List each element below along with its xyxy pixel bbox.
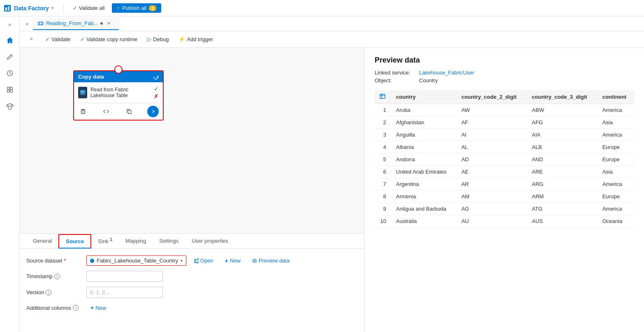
cell-row-num: 6 — [375, 166, 391, 178]
validate-copy-runtime-button[interactable]: ✓ Validate copy runtime — [76, 35, 141, 44]
svg-line-16 — [196, 259, 198, 261]
pipeline-tab-icon — [38, 21, 44, 26]
cell-code-3: AND — [527, 153, 597, 166]
dataset-form-row: Source dataset * Fabirc_Lakehouse_Table_… — [26, 255, 358, 266]
preview-data-button[interactable]: Preview data — [248, 256, 294, 265]
table-row: 2AfghanistanAFAFGAsia — [375, 116, 634, 129]
svg-point-17 — [254, 260, 255, 262]
sidebar-learn[interactable] — [2, 99, 17, 114]
validate-all-button[interactable]: ✓ Validate all — [69, 3, 109, 13]
cell-country: Australia — [391, 215, 456, 228]
debug-button[interactable]: ▷ Debug — [143, 35, 173, 44]
pipeline-toolbar: » ✓ Validate ✓ Validate copy runtime ▷ D… — [20, 31, 644, 48]
open-dataset-button[interactable]: Open — [190, 256, 218, 265]
cell-code-3: ARG — [527, 178, 597, 190]
cell-continent: Oceania — [598, 215, 634, 228]
user-properties-tab-label: User properties — [192, 238, 228, 244]
sidebar-edit[interactable] — [2, 49, 17, 64]
cell-code-3: AFG — [527, 116, 597, 129]
table-row: 8ArmeniaAMARMEurope — [375, 190, 634, 203]
svg-rect-2 — [8, 6, 9, 11]
timestamp-form-control — [86, 271, 358, 282]
sidebar-home[interactable] — [2, 33, 17, 48]
toolbar-expand[interactable]: » — [26, 34, 36, 44]
card-title: Copy data — [78, 74, 104, 80]
copy-icon — [126, 109, 132, 114]
timestamp-input[interactable] — [86, 271, 163, 282]
divider-1 — [63, 3, 64, 13]
cell-code-2: AL — [456, 141, 527, 153]
required-indicator: * — [64, 258, 66, 264]
cell-code-2: AR — [456, 178, 527, 190]
table-row: 10AustraliaAUAUSOceania — [375, 215, 634, 228]
left-sidebar: » — [0, 16, 20, 332]
cell-code-2: AW — [456, 104, 527, 116]
table-row: 3AnguillaAIAIAAmerica — [375, 129, 634, 141]
new-dataset-button[interactable]: + New — [221, 256, 245, 266]
svg-rect-0 — [4, 5, 11, 12]
preview-label: Preview data — [259, 258, 290, 264]
content-area: » Reading_From_Fab... × » ✓ Validate ✓ V… — [20, 16, 644, 332]
tab-close-button[interactable]: × — [105, 20, 112, 27]
linked-service-row: Linked service: Lakehouse_FabricUser — [375, 70, 634, 76]
timestamp-label-text: Timestamp — [26, 273, 53, 279]
trash-icon — [80, 109, 86, 114]
tab-mapping[interactable]: Mapping — [119, 234, 153, 248]
card-code-button[interactable] — [101, 107, 111, 116]
cell-row-num: 5 — [375, 153, 391, 166]
timestamp-form-row: Timestamp i — [26, 271, 358, 282]
cell-code-2: AD — [456, 153, 527, 166]
cell-continent: Europe — [598, 141, 634, 153]
publish-all-button[interactable]: ↑ Publish all 1 — [112, 3, 161, 13]
pipeline-tab[interactable]: Reading_From_Fab... × — [33, 18, 119, 30]
cell-code-3: ARM — [527, 190, 597, 203]
tab-expand-button[interactable]: » — [23, 20, 31, 28]
sidebar-manage[interactable] — [2, 82, 17, 97]
add-trigger-button[interactable]: ⚡ Add trigger — [174, 35, 217, 44]
card-delete-button[interactable] — [78, 107, 88, 116]
card-copy-button[interactable] — [124, 107, 134, 116]
main-layout: » » Reading_From_Fab... × — [0, 16, 644, 332]
timestamp-info-icon[interactable]: i — [54, 274, 60, 279]
db-icon — [79, 89, 86, 96]
copy-data-card[interactable]: Copy data — [73, 70, 164, 121]
cell-continent: America — [598, 178, 634, 190]
tab-source[interactable]: Source — [58, 234, 91, 248]
sidebar-expand-button[interactable]: » — [5, 20, 15, 30]
cell-code-3: AUS — [527, 215, 597, 228]
cell-code-2: AE — [456, 166, 527, 178]
tab-user-properties[interactable]: User properties — [185, 234, 235, 248]
th-country-code-2: country_code_2_digit — [456, 90, 527, 104]
th-continent: continent — [598, 90, 634, 104]
cell-continent: Asia — [598, 116, 634, 129]
sidebar-monitor[interactable] — [2, 66, 17, 81]
tab-bar: » Reading_From_Fab... × — [20, 16, 644, 31]
validate-button[interactable]: ✓ Validate — [41, 35, 74, 44]
cell-code-3: ARE — [527, 166, 597, 178]
tab-general[interactable]: General — [26, 234, 58, 248]
dataset-label: Source dataset * — [26, 258, 80, 264]
preview-title: Preview data — [375, 56, 634, 65]
cell-country: Afghanistan — [391, 116, 456, 129]
version-info-icon[interactable]: i — [46, 290, 51, 295]
cell-country: Aruba — [391, 104, 456, 116]
tab-sink[interactable]: Sink 1 — [91, 234, 119, 248]
additional-columns-control: + New — [86, 303, 358, 313]
additional-columns-new-button[interactable]: + New — [86, 303, 110, 313]
preview-panel: Preview data Linked service: Lakehouse_F… — [364, 48, 644, 332]
card-refresh-icon — [153, 74, 159, 80]
additional-columns-label-text: Additional columns — [26, 305, 71, 311]
additional-columns-info-icon[interactable]: i — [73, 305, 79, 311]
svg-rect-1 — [5, 7, 7, 11]
canvas[interactable]: Copy data — [20, 48, 364, 233]
table-row: 6United Arab EmiratesAEAREAsia — [375, 166, 634, 178]
table-row: 7ArgentinaARARGAmerica — [375, 178, 634, 190]
card-next-button[interactable] — [147, 106, 159, 117]
version-input[interactable] — [86, 287, 163, 298]
object-row: Object: Country — [375, 77, 634, 84]
version-label: Version i — [26, 289, 80, 295]
cell-code-3: ABW — [527, 104, 597, 116]
dataset-select[interactable]: Fabirc_Lakehouse_Table_Country ▾ — [86, 255, 186, 266]
tab-settings[interactable]: Settings — [153, 234, 185, 248]
cell-code-2: AG — [456, 203, 527, 215]
